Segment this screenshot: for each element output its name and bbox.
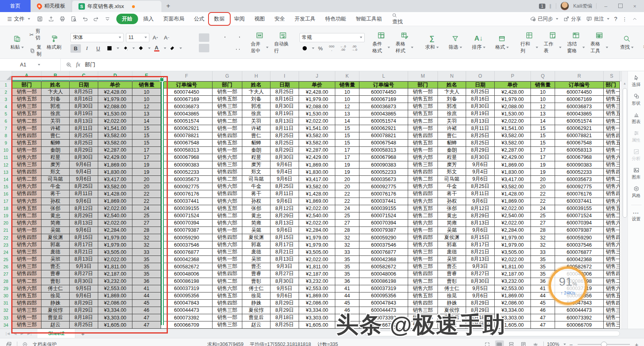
- grid-cell[interactable]: 吴懿: [438, 227, 466, 234]
- grid-cell[interactable]: ¥2,284.00: [98, 227, 132, 234]
- row-number[interactable]: 34: [0, 321, 12, 329]
- grid-cell[interactable]: 36: [132, 278, 161, 285]
- grid-cell[interactable]: 46: [531, 307, 555, 314]
- increase-indent-button ic[interactable]: [233, 33, 243, 42]
- grid-cell[interactable]: 销售三部: [12, 249, 41, 256]
- grid-cell[interactable]: 销售四部: [213, 270, 242, 278]
- grid-cell[interactable]: 24: [132, 205, 161, 212]
- grid-cell[interactable]: 22: [132, 198, 161, 205]
- grid-cell[interactable]: 9月6日: [466, 161, 495, 169]
- align-center-button ic[interactable]: [199, 44, 209, 52]
- grid-cell[interactable]: 徐庶: [242, 110, 270, 117]
- grid-cell[interactable]: 销售五部: [604, 110, 620, 117]
- grid-cell[interactable]: 32: [531, 234, 555, 241]
- grid-cell[interactable]: 17: [531, 154, 555, 161]
- grid-cell[interactable]: 15: [335, 132, 359, 140]
- italic-button[interactable]: I: [82, 44, 92, 53]
- grid-cell[interactable]: 销售六部: [604, 154, 620, 161]
- window-switch-icon[interactable]: [6, 341, 12, 346]
- grid-cell[interactable]: 8月21日: [70, 249, 98, 256]
- grid-cell[interactable]: 徐庶: [41, 110, 70, 117]
- row-number[interactable]: 2: [0, 89, 12, 96]
- grid-cell[interactable]: ¥1,979.00: [495, 234, 531, 241]
- grid-cell[interactable]: 秦朗: [438, 147, 466, 154]
- sync-status[interactable]: 已同步: [530, 16, 558, 23]
- grid-cell[interactable]: 9月5日: [70, 285, 98, 292]
- grid-cell[interactable]: 曹丕: [242, 263, 270, 270]
- grid-cell[interactable]: 35: [132, 270, 161, 278]
- menu-item-9[interactable]: 开发工具: [290, 14, 320, 24]
- grid-cell[interactable]: ¥1,869.00: [495, 198, 531, 205]
- grid-cell[interactable]: ¥2,022.00: [495, 117, 531, 125]
- grid-cell[interactable]: 静姝: [41, 300, 70, 307]
- grid-cell[interactable]: 销售六部: [408, 198, 438, 205]
- grid-cell[interactable]: 简雍: [41, 220, 70, 227]
- page-break-view-icon[interactable]: [507, 340, 516, 346]
- cut-button[interactable]: ✂剪切: [29, 28, 41, 41]
- grid-cell[interactable]: 8月13日: [270, 256, 299, 263]
- grid-cell[interactable]: 赵云: [242, 321, 270, 329]
- grid-cell[interactable]: 600059290: [359, 234, 408, 241]
- grid-cell[interactable]: 司马懿: [242, 176, 270, 183]
- grid-cell[interactable]: 夏侯渊: [242, 234, 270, 241]
- file-menu-button[interactable]: ☰ 文件: [4, 14, 33, 24]
- grid-cell[interactable]: 27: [335, 220, 359, 227]
- grid-cell[interactable]: ¥2,022.00: [495, 220, 531, 227]
- row-number[interactable]: 4: [0, 103, 12, 110]
- grid-cell[interactable]: 销售三部: [213, 249, 242, 256]
- grid-cell[interactable]: 糜芳: [438, 161, 466, 169]
- grid-cell[interactable]: 销售一部: [12, 314, 41, 321]
- grid-cell[interactable]: 25: [335, 212, 359, 220]
- grid-cell[interactable]: 8月18日: [70, 314, 98, 321]
- grid-cell[interactable]: 销售四部: [213, 234, 242, 241]
- align-top-button ic[interactable]: [188, 33, 198, 42]
- grid-cell[interactable]: 销售六部: [213, 183, 242, 190]
- grid-cell[interactable]: 夏侯渊: [41, 234, 70, 241]
- decrease-indent-button ic[interactable]: [221, 33, 232, 42]
- grid-cell[interactable]: 28: [132, 227, 161, 234]
- notification-badge[interactable]: 1: [539, 4, 545, 9]
- grid-cell[interactable]: 销售四部: [12, 169, 41, 176]
- grid-cell[interactable]: 600095356: [161, 292, 213, 300]
- grid-cell[interactable]: 销售二部: [12, 278, 41, 285]
- grid-cell[interactable]: 销售六部: [12, 220, 41, 227]
- grid-cell[interactable]: ¥2,086.00: [299, 300, 335, 307]
- grid-cell[interactable]: 27: [132, 220, 161, 227]
- grid-cell[interactable]: 17: [335, 154, 359, 161]
- grid-cell[interactable]: ¥3,417.00: [98, 176, 132, 183]
- column-letter-O[interactable]: O: [466, 71, 495, 81]
- grid-cell[interactable]: 12: [132, 103, 161, 110]
- grid-cell[interactable]: ¥1,869.00: [98, 292, 132, 300]
- grid-cell[interactable]: ¥3,232.00: [98, 278, 132, 285]
- grid-cell[interactable]: 8月11日: [70, 190, 98, 198]
- grid-cell[interactable]: 夏侯惇: [242, 307, 270, 314]
- grid-cell[interactable]: ¥2,022.00: [495, 205, 531, 212]
- grid-cell[interactable]: 夏侯惇: [41, 307, 70, 314]
- grid-cell[interactable]: 32: [132, 234, 161, 241]
- grid-cell[interactable]: 销售一部: [408, 147, 438, 154]
- grid-cell[interactable]: 销售六部: [604, 183, 620, 190]
- grid-cell[interactable]: 600037441: [359, 198, 408, 205]
- header-cell[interactable]: 销售量: [132, 81, 161, 89]
- grid-cell[interactable]: 600074450: [555, 89, 604, 96]
- grid-cell[interactable]: 销售五部: [12, 292, 41, 300]
- grid-cell[interactable]: ¥1,541.00: [299, 125, 335, 132]
- font-name-select[interactable]: 宋体: [70, 33, 124, 42]
- column-letter-J[interactable]: J: [299, 71, 335, 81]
- grid-cell[interactable]: 35: [531, 256, 555, 263]
- grid-cell[interactable]: 销售六部: [408, 183, 438, 190]
- zoom-slider[interactable]: [578, 344, 630, 345]
- grid-cell[interactable]: ¥1,979.00: [495, 241, 531, 249]
- grid-cell[interactable]: 8月25日: [70, 140, 98, 147]
- row-number[interactable]: 24: [0, 249, 12, 256]
- grid-cell[interactable]: 600066709: [555, 321, 604, 329]
- grid-cell[interactable]: 14: [335, 117, 359, 125]
- grid-cell[interactable]: 吴班: [41, 256, 70, 263]
- grid-cell[interactable]: 销售三部: [604, 263, 620, 270]
- grid-cell[interactable]: 销售五部: [12, 110, 41, 117]
- grid-cell[interactable]: 600035673: [555, 176, 604, 183]
- grid-cell[interactable]: 貂蝉: [41, 140, 70, 147]
- grid-cell[interactable]: 销售四部: [12, 234, 41, 241]
- row-number[interactable]: 14: [0, 176, 12, 183]
- grid-cell[interactable]: 600076877: [161, 249, 213, 256]
